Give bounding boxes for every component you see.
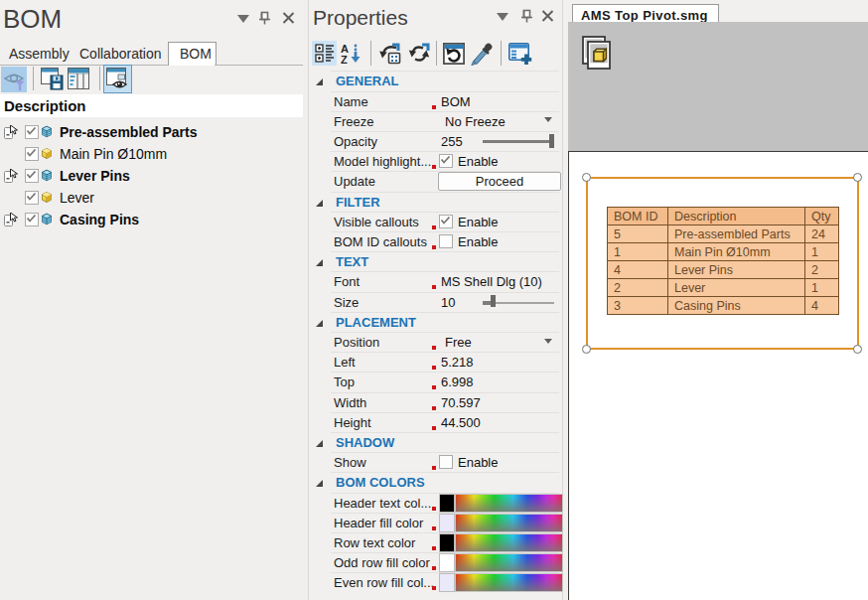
svg-text:Z: Z xyxy=(341,54,348,65)
